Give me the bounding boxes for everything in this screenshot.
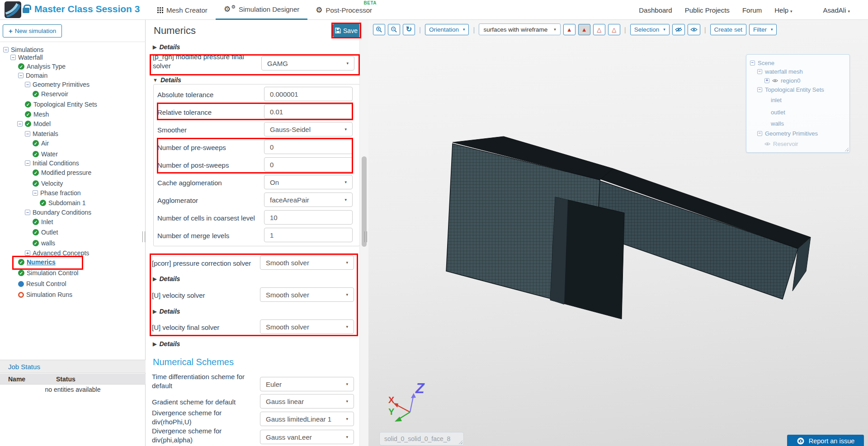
details-toggle[interactable]: ▶Details <box>153 340 180 347</box>
scene-item-walls[interactable]: walls <box>771 120 784 127</box>
hide-selected-button[interactable] <box>672 24 685 35</box>
job-status-header[interactable]: Job Status <box>0 360 146 373</box>
tree-item-walls[interactable]: ✓walls <box>33 239 55 247</box>
mesh-mode-wireframe-button[interactable]: △ <box>593 24 605 35</box>
relative-tolerance-input[interactable]: 0.01 <box>264 104 353 119</box>
tree-item-water[interactable]: ✓Water <box>33 150 58 158</box>
gradient-scheme-select[interactable]: Gauss linear▾ <box>260 394 354 408</box>
collapse-icon[interactable]: − <box>25 82 30 87</box>
tree-item-numerics[interactable]: ✓Numerics <box>18 258 56 266</box>
mesh-mode-surface-wireframe-button[interactable]: ▲ <box>578 24 590 35</box>
agglomerator-select[interactable]: faceAreaPair▾ <box>264 192 353 207</box>
divergence-phialpha-select[interactable]: Gauss vanLeer▾ <box>260 430 354 444</box>
tree-item-modified-pressure[interactable]: ✓Modified pressure <box>33 169 91 177</box>
details-toggle[interactable]: ▶Details <box>153 43 180 51</box>
collapse-icon[interactable]: − <box>25 131 30 136</box>
scene-item-scene[interactable]: −Scene <box>750 59 774 66</box>
coarsest-cells-input[interactable]: 10 <box>264 210 353 225</box>
tree-item-initial-conditions[interactable]: −Initial Conditions <box>25 159 79 167</box>
collapse-icon[interactable]: − <box>10 55 16 60</box>
scene-item-region0[interactable]: + region0 <box>764 77 800 84</box>
tree-item-analysis-type[interactable]: ✓Analysis Type <box>18 62 66 70</box>
details-toggle-expanded[interactable]: ▼Details <box>153 76 181 84</box>
time-scheme-select[interactable]: Euler▾ <box>260 377 354 391</box>
tree-item-mesh[interactable]: ✓Mesh <box>25 110 49 118</box>
tab-mesh-creator[interactable]: Mesh Creator <box>149 0 216 20</box>
eye-icon[interactable] <box>772 79 778 83</box>
selection-dropdown[interactable]: Selection▾ <box>630 24 670 35</box>
new-simulation-button[interactable]: +New simulation <box>3 24 62 38</box>
mesh-mode-points-button[interactable]: △ <box>608 24 620 35</box>
post-sweeps-input[interactable]: 0 <box>264 157 353 172</box>
p-rgh-solver-select[interactable]: GAMG▾ <box>261 56 354 70</box>
collapse-icon[interactable]: − <box>25 210 30 215</box>
merge-levels-input[interactable]: 1 <box>264 228 353 242</box>
resize-handle-icon[interactable] <box>458 440 462 444</box>
smoother-select[interactable]: Gauss-Seidel▾ <box>264 122 353 136</box>
details-toggle[interactable]: ▶Details <box>153 308 180 315</box>
collapse-icon[interactable]: − <box>757 131 762 136</box>
panel-scrollbar[interactable] <box>359 20 368 446</box>
tree-item-topological-entity-sets[interactable]: ✓Topological Entity Sets <box>25 100 97 108</box>
tree-item-velocity[interactable]: ✓Velocity <box>33 179 63 188</box>
nav-link-forum[interactable]: Forum <box>742 6 762 14</box>
scene-item-reservoir[interactable]: Reservoir <box>764 140 798 147</box>
velocity-solver-select[interactable]: Smooth solver▾ <box>260 287 354 302</box>
tree-item-advanced-concepts[interactable]: +Advanced Concepts <box>25 249 89 257</box>
tab-post-processor[interactable]: ⚙ Post-Processor BETA <box>307 0 380 20</box>
user-menu[interactable]: AsadAli▾ <box>823 6 850 14</box>
panel-resize-grip[interactable] <box>364 231 367 242</box>
expand-icon[interactable]: + <box>25 250 30 256</box>
collapse-icon[interactable]: − <box>757 87 762 92</box>
show-all-button[interactable] <box>688 24 700 35</box>
tree-item-boundary-conditions[interactable]: −Boundary Conditions <box>25 208 91 216</box>
nav-link-public-projects[interactable]: Public Projects <box>685 6 730 14</box>
velocity-final-solver-select[interactable]: Smooth solver▾ <box>260 319 354 334</box>
save-button[interactable]: Save <box>333 24 360 37</box>
mesh-mode-solid-button[interactable]: ▲ <box>563 24 576 35</box>
expand-icon[interactable]: + <box>764 78 769 83</box>
zoom-in-button[interactable] <box>373 24 385 35</box>
refresh-view-button[interactable]: ↻ <box>403 24 415 35</box>
render-mode-select[interactable]: surfaces with wireframe▾ <box>479 23 560 35</box>
zoom-out-button[interactable] <box>388 24 400 35</box>
tree-item-simulation-control[interactable]: ✓Simulation Control <box>18 269 78 277</box>
scene-item-waterfall-mesh[interactable]: −waterfall mesh <box>757 68 803 75</box>
tree-item-domain[interactable]: −Domain <box>18 71 47 80</box>
tree-item-waterfall[interactable]: −Waterfall <box>10 53 43 61</box>
tree-item-subdomain-1[interactable]: ✓Subdomain 1 <box>40 199 86 207</box>
tree-item-outlet[interactable]: ✓Outlet <box>33 228 58 236</box>
tree-item-geometry-primitives[interactable]: −Geometry Primitives <box>25 80 90 89</box>
tree-item-result-control[interactable]: Result Control <box>18 280 66 288</box>
absolute-tolerance-input[interactable]: 0.000001 <box>264 87 353 101</box>
viewport-3d[interactable]: ↻ | Orientation▾ | surfaces with wirefra… <box>368 20 868 446</box>
divergence-rhophi-select[interactable]: Gauss limitedLinear 1▾ <box>260 412 354 426</box>
collapse-icon[interactable]: − <box>33 190 38 196</box>
filter-dropdown[interactable]: Filter▾ <box>749 24 777 35</box>
collapse-icon[interactable]: − <box>750 61 755 66</box>
scene-item-inlet[interactable]: inlet <box>771 96 782 103</box>
tree-item-air[interactable]: ✓Air <box>33 139 49 147</box>
collapse-icon[interactable]: − <box>25 160 30 166</box>
tree-item-model[interactable]: −✓Model <box>17 120 51 128</box>
eye-icon[interactable] <box>764 142 770 146</box>
tree-item-simulations[interactable]: −Simulations <box>3 46 43 54</box>
pre-sweeps-input[interactable]: 0 <box>264 140 353 154</box>
scene-item-topological-entity-sets[interactable]: −Topological Entity Sets <box>757 86 824 93</box>
scene-item-outlet[interactable]: outlet <box>771 108 785 116</box>
sidebar-resize-grip[interactable] <box>142 231 145 242</box>
pcorr-solver-select[interactable]: Smooth solver▾ <box>260 255 354 270</box>
scene-item-geometry-primitives[interactable]: −Geometry Primitives <box>757 130 818 137</box>
tree-item-materials[interactable]: −Materials <box>25 130 58 138</box>
report-issue-button[interactable]: Report an issue <box>787 435 864 446</box>
collapse-icon[interactable]: − <box>17 121 23 127</box>
tree-item-reservoir[interactable]: ✓Reservoir <box>33 90 68 98</box>
tree-item-simulation-runs[interactable]: Simulation Runs <box>18 291 72 299</box>
tree-item-phase-fraction[interactable]: −Phase fraction <box>33 189 81 197</box>
cache-agglomeration-select[interactable]: On▾ <box>264 175 353 189</box>
simscale-logo-icon[interactable] <box>5 1 21 20</box>
collapse-icon[interactable]: − <box>18 73 24 78</box>
details-toggle[interactable]: ▶Details <box>153 275 180 282</box>
collapse-icon[interactable]: − <box>757 69 762 74</box>
tree-item-inlet[interactable]: ✓Inlet <box>33 218 53 226</box>
